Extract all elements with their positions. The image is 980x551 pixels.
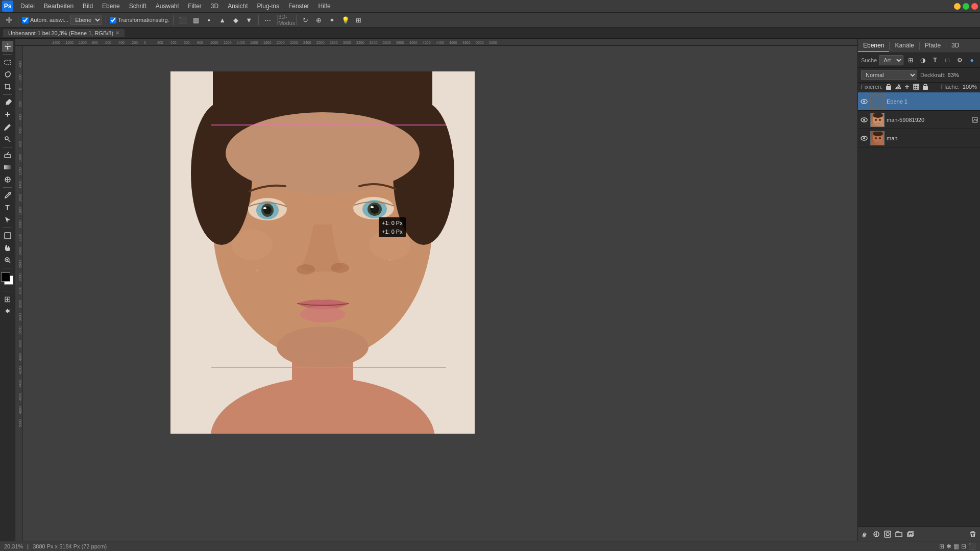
lock-transparent-btn[interactable]: [886, 84, 892, 90]
tab-ebenen[interactable]: Ebenen: [858, 40, 889, 52]
delete-layer-btn[interactable]: [968, 529, 978, 539]
tab-kanale[interactable]: Kanäle: [890, 40, 919, 52]
tool-eyedropper[interactable]: [2, 97, 13, 108]
filter-type-icon[interactable]: T: [930, 55, 940, 65]
lock-all-btn[interactable]: [922, 84, 928, 90]
tool-crop[interactable]: [2, 81, 13, 92]
tool-path-select[interactable]: [2, 214, 13, 226]
link-layers-btn[interactable]: [860, 529, 870, 539]
status-icon-layers[interactable]: ▦: [953, 543, 959, 550]
light-icon[interactable]: 💡: [340, 14, 351, 26]
tab-pfade[interactable]: Pfade: [920, 40, 946, 52]
tool-blur[interactable]: [2, 174, 13, 185]
align-left-icon[interactable]: ⬛: [177, 14, 188, 26]
align-right-icon[interactable]: ▪: [204, 14, 215, 26]
status-icon-timeline[interactable]: ⬛: [968, 543, 976, 550]
tool-text[interactable]: T: [2, 202, 13, 213]
menu-3d[interactable]: 3D: [207, 2, 223, 11]
align-bottom-icon[interactable]: ▼: [243, 14, 255, 26]
layer-visibility-man[interactable]: [860, 134, 868, 142]
menu-filter[interactable]: Filter: [184, 2, 206, 11]
svg-text:3400: 3400: [18, 313, 22, 321]
tool-move-icon[interactable]: ✛: [3, 14, 14, 26]
filter-pixel-icon[interactable]: ⊞: [905, 55, 916, 65]
lock-image-btn[interactable]: [895, 84, 901, 90]
status-icon-grid[interactable]: ⊞: [939, 543, 944, 550]
menu-ansicht[interactable]: Ansicht: [224, 2, 252, 11]
window-maximize[interactable]: [963, 3, 969, 10]
tab-close-button[interactable]: ✕: [115, 30, 119, 36]
svg-text:-1200: -1200: [64, 41, 74, 44]
tool-brush[interactable]: [2, 121, 13, 133]
layer-item-ebene1[interactable]: Ebene 1: [858, 92, 980, 111]
tool-extra-1[interactable]: ⊞: [2, 293, 13, 305]
filter-kind-select[interactable]: Art: [879, 55, 903, 65]
align-top-icon[interactable]: ▲: [217, 14, 228, 26]
menu-plugins[interactable]: Plug-ins: [253, 2, 283, 11]
brush-icon[interactable]: ✦: [327, 14, 338, 26]
window-close[interactable]: [971, 3, 978, 10]
status-icon-fix[interactable]: ✱: [946, 543, 951, 550]
align-center-v-icon[interactable]: ◆: [230, 14, 241, 26]
tool-zoom[interactable]: [2, 255, 13, 266]
add-mask-btn[interactable]: [883, 529, 893, 539]
tool-extra-2[interactable]: ✱: [2, 306, 13, 317]
add-adjustment-btn[interactable]: [871, 529, 881, 539]
color-swatches[interactable]: [1, 272, 15, 287]
ruler-top: -1400 -1200 -1000 -800 -600 -400 -200 0 …: [15, 39, 857, 46]
autoselect-checkbox[interactable]: [22, 17, 29, 23]
target-icon[interactable]: ⊕: [313, 14, 325, 26]
new-layer-btn[interactable]: [905, 529, 915, 539]
layer-item-man59081920[interactable]: man-59081920: [858, 111, 980, 129]
menu-ebene[interactable]: Ebene: [98, 2, 124, 11]
tool-clone[interactable]: [2, 134, 13, 145]
foreground-color-swatch[interactable]: [1, 272, 10, 282]
autoselect-select[interactable]: Ebene: [70, 15, 102, 25]
tool-pen[interactable]: [2, 190, 13, 201]
menu-fenster[interactable]: Fenster: [284, 2, 313, 11]
tool-hand[interactable]: [2, 242, 13, 254]
rotate-icon[interactable]: ↻: [300, 14, 311, 26]
align-center-h-icon[interactable]: ▦: [190, 14, 202, 26]
svg-text:3200: 3200: [18, 300, 22, 308]
svg-text:-200: -200: [18, 74, 22, 82]
tool-lasso[interactable]: [2, 69, 13, 80]
tool-shape[interactable]: [2, 230, 13, 241]
tab-3d[interactable]: 3D: [946, 40, 964, 52]
status-icon-camera[interactable]: ⊟: [961, 543, 966, 550]
menu-hilfe[interactable]: Hilfe: [314, 2, 335, 11]
lock-position-btn[interactable]: [904, 84, 910, 90]
camera-icon[interactable]: ⊞: [353, 14, 364, 26]
distribute-icon[interactable]: ⋯: [262, 14, 274, 26]
window-minimize[interactable]: [954, 3, 961, 10]
menu-schrift[interactable]: Schrift: [125, 2, 151, 11]
tool-gradient[interactable]: [2, 162, 13, 173]
layer-visibility-ebene1[interactable]: [860, 97, 868, 106]
menu-auswahl[interactable]: Auswahl: [152, 2, 183, 11]
fill-value[interactable]: 100%: [963, 84, 977, 90]
filter-adjustment-icon[interactable]: ◑: [918, 55, 928, 65]
transform-checkbox[interactable]: [110, 17, 116, 23]
svg-text:400: 400: [170, 41, 177, 44]
filter-toggle-icon[interactable]: ●: [967, 55, 977, 65]
document-tab[interactable]: Unbenannt-1 bei 20,3% (Ebene 1, RGB/8) ✕: [3, 29, 125, 37]
canvas-content[interactable]: +1: 0 Px +1: 0 Px: [22, 46, 857, 541]
filter-smart-icon[interactable]: ⚙: [954, 55, 965, 65]
tool-marquee[interactable]: [2, 57, 13, 68]
blend-mode-select[interactable]: Normal: [861, 70, 917, 80]
menu-bearbeiten[interactable]: Bearbeiten: [40, 2, 78, 11]
opacity-value[interactable]: 63%: [948, 72, 959, 78]
layer-item-man[interactable]: man: [858, 129, 980, 147]
tool-healing[interactable]: [2, 109, 13, 120]
filter-shape-icon[interactable]: □: [942, 55, 952, 65]
svg-text:3800: 3800: [18, 340, 22, 348]
menu-datei[interactable]: Datei: [16, 2, 39, 11]
menu-bild[interactable]: Bild: [79, 2, 97, 11]
tool-move[interactable]: [2, 41, 13, 52]
eye-icon-man: [861, 135, 868, 142]
lock-artboard-btn[interactable]: [913, 84, 919, 90]
tool-eraser[interactable]: [2, 149, 13, 161]
new-group-btn[interactable]: [894, 529, 904, 539]
layer-visibility-man59081920[interactable]: [860, 116, 868, 124]
svg-point-105: [898, 85, 899, 86]
